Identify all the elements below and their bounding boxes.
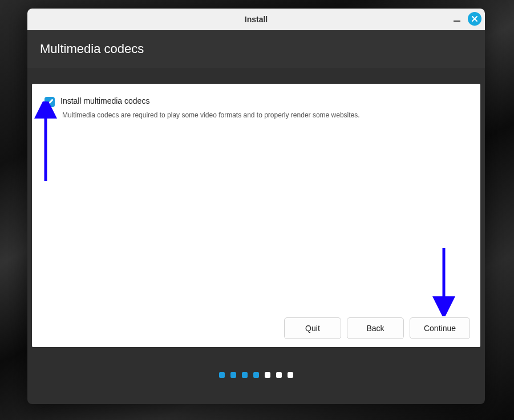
- back-button[interactable]: Back: [347, 317, 404, 339]
- page-header: Multimedia codecs: [27, 30, 485, 68]
- content-panel: Install multimedia codecs Multimedia cod…: [32, 84, 480, 347]
- pager-dot[interactable]: [242, 372, 248, 378]
- pager-dot[interactable]: [219, 372, 225, 378]
- page-title: Multimedia codecs: [40, 42, 144, 56]
- option-label: Install multimedia codecs: [60, 96, 360, 105]
- window-controls: [452, 12, 481, 26]
- pager-dot[interactable]: [265, 372, 270, 378]
- install-codecs-option: Install multimedia codecs Multimedia cod…: [44, 96, 468, 119]
- window-title: Install: [245, 15, 268, 24]
- pager-dot[interactable]: [230, 372, 236, 378]
- install-codecs-checkbox[interactable]: [44, 97, 55, 107]
- continue-button[interactable]: Continue: [410, 317, 470, 339]
- action-buttons: Quit Back Continue: [284, 317, 470, 339]
- step-pager: [27, 372, 485, 378]
- quit-button[interactable]: Quit: [284, 317, 341, 339]
- window-titlebar: Install: [27, 9, 485, 30]
- pager-dot[interactable]: [253, 372, 259, 378]
- option-description: Multimedia codecs are required to play s…: [62, 111, 360, 119]
- installer-window: Install Multimedia codecs Install multim…: [27, 9, 485, 404]
- pager-dot[interactable]: [288, 372, 293, 378]
- option-text: Install multimedia codecs Multimedia cod…: [60, 96, 360, 119]
- pager-dot[interactable]: [276, 372, 282, 378]
- close-icon[interactable]: [468, 12, 481, 26]
- minimize-icon[interactable]: [452, 13, 463, 25]
